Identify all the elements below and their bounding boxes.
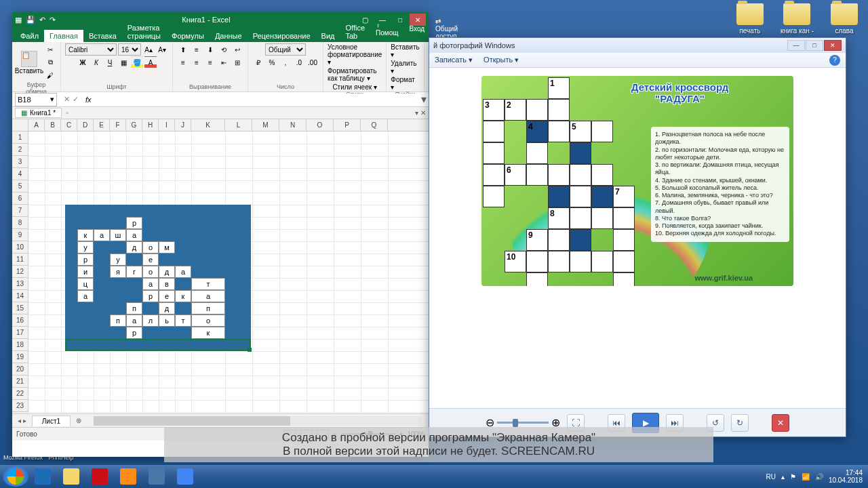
underline-button[interactable]: Ч — [104, 56, 116, 68]
taskbar-app-chrome[interactable] — [172, 467, 199, 486]
col-header[interactable]: B — [45, 119, 61, 131]
tab-dropdown-icon[interactable]: ▾ — [415, 109, 418, 117]
crossword-cell[interactable]: р — [126, 217, 142, 229]
crossword-cell[interactable]: л — [142, 314, 159, 327]
row-header[interactable]: 11 — [12, 253, 28, 266]
burn-menu[interactable]: Записать ▾ — [435, 56, 473, 64]
font-name-select[interactable]: Calibri — [65, 43, 117, 56]
format-table-button[interactable]: Форматировать как таблицу ▾ — [328, 67, 382, 82]
taskbar-app-wmp[interactable] — [115, 467, 142, 486]
cell-styles-button[interactable]: Стили ячеек ▾ — [332, 83, 377, 91]
row-header[interactable]: 19 — [12, 351, 28, 363]
align-top-icon[interactable]: ⬆ — [177, 43, 189, 56]
crossword-cell[interactable]: а — [142, 278, 159, 290]
col-header[interactable]: P — [334, 119, 361, 131]
col-header[interactable]: C — [61, 119, 77, 131]
crossword-cell[interactable]: а — [175, 266, 191, 278]
formula-input[interactable] — [94, 94, 419, 106]
crossword-cell[interactable]: п — [126, 302, 142, 314]
wrap-text-icon[interactable]: ↩ — [231, 43, 243, 56]
tab-close-icon[interactable]: ✕ — [420, 109, 426, 117]
row-header[interactable]: 12 — [12, 266, 28, 278]
help-icon[interactable]: ? — [829, 55, 840, 66]
tray-arrow-icon[interactable]: ▴ — [781, 473, 785, 481]
crossword-cell[interactable]: к — [175, 290, 191, 302]
ribbon-tab[interactable]: Вид — [316, 30, 340, 42]
ribbon-right-item[interactable]: ♀ Помощ — [370, 20, 403, 39]
crossword-cell[interactable]: а — [126, 229, 142, 241]
crossword-cell[interactable]: г — [126, 266, 142, 278]
rotate-cw-icon[interactable]: ↻ — [731, 414, 749, 432]
row-header[interactable]: 20 — [12, 363, 28, 375]
crossword-cell[interactable]: в — [159, 278, 175, 290]
desktop-folder[interactable]: печать — [736, 3, 764, 35]
open-menu[interactable]: Открыть ▾ — [484, 56, 519, 64]
expand-formula-icon[interactable]: ▾ — [419, 93, 429, 106]
col-header[interactable]: I — [159, 119, 175, 131]
sheet-nav[interactable]: ◂ ▸ — [12, 417, 32, 424]
crossword-cell[interactable]: а — [77, 290, 94, 302]
row-header[interactable]: 1 — [12, 131, 28, 144]
crossword-cell[interactable]: к — [77, 229, 94, 241]
col-header[interactable]: G — [126, 119, 142, 131]
crossword-cell[interactable]: о — [142, 266, 159, 278]
row-header[interactable]: 5 — [12, 180, 28, 192]
cut-icon[interactable]: ✂ — [44, 43, 56, 56]
merge-icon[interactable]: ⊞ — [231, 56, 243, 68]
crossword-cell[interactable]: р — [126, 327, 142, 339]
maximize-icon[interactable]: □ — [806, 40, 823, 51]
undo-icon[interactable]: ↶ — [39, 16, 45, 24]
paste-button[interactable]: 📋Вставить — [16, 45, 42, 79]
bold-button[interactable]: Ж — [77, 56, 89, 68]
indent-dec-icon[interactable]: ⇤ — [218, 56, 230, 68]
crossword-cell[interactable]: ь — [159, 314, 175, 327]
row-header[interactable]: 22 — [12, 388, 28, 400]
ribbon-tab[interactable]: Рецензирование — [248, 30, 316, 42]
row-header[interactable]: 9 — [12, 229, 28, 241]
tray-network-icon[interactable]: 📶 — [802, 473, 810, 481]
crossword-cell[interactable]: д — [126, 241, 142, 253]
col-header[interactable]: F — [110, 119, 126, 131]
col-header[interactable]: K — [191, 119, 225, 131]
row-header[interactable]: 23 — [12, 400, 28, 412]
new-tab-button[interactable]: ▫ — [62, 109, 73, 117]
row-header[interactable]: 7 — [12, 205, 28, 217]
row-header[interactable]: 16 — [12, 314, 28, 327]
row-header[interactable]: 4 — [12, 168, 28, 180]
cancel-formula-icon[interactable]: ✕ — [64, 95, 70, 104]
tray-volume-icon[interactable]: 🔊 — [815, 473, 823, 481]
crossword-cell[interactable]: е — [159, 290, 175, 302]
minimize-icon[interactable]: — — [787, 40, 805, 51]
crossword-cell[interactable]: я — [110, 266, 126, 278]
crossword-cell[interactable]: ш — [110, 229, 126, 241]
border-icon[interactable]: ▦ — [117, 56, 130, 68]
row-header[interactable]: 18 — [12, 339, 28, 351]
crossword-cell[interactable]: т — [191, 278, 225, 290]
ribbon-right-item[interactable]: Вход — [403, 23, 430, 35]
col-header[interactable]: E — [94, 119, 110, 131]
font-color-icon[interactable]: A — [144, 56, 157, 68]
align-right-icon[interactable]: ≡ — [204, 56, 216, 68]
inc-decimal-icon[interactable]: .0 — [293, 56, 305, 68]
number-format-select[interactable]: Общий — [265, 43, 306, 56]
row-header[interactable]: 15 — [12, 302, 28, 314]
col-header[interactable]: J — [175, 119, 191, 131]
start-button[interactable] — [3, 466, 28, 487]
crossword-cell[interactable]: т — [175, 314, 191, 327]
col-header[interactable]: Q — [361, 119, 388, 131]
save-icon[interactable]: 💾 — [26, 16, 35, 24]
col-header[interactable]: N — [279, 119, 307, 131]
copy-icon[interactable]: ⧉ — [44, 56, 56, 68]
delete-cells-button[interactable]: Удалить ▾ — [391, 60, 419, 75]
crossword-cell[interactable]: и — [77, 266, 94, 278]
col-header[interactable]: M — [252, 119, 279, 131]
align-center-icon[interactable]: ≡ — [191, 56, 203, 68]
name-box[interactable]: B18▾ — [15, 93, 57, 106]
desktop-folder[interactable]: книга кан - — [781, 3, 814, 35]
col-header[interactable]: A — [28, 119, 45, 131]
format-painter-icon[interactable]: 🖌 — [44, 69, 56, 81]
increase-font-icon[interactable]: A▴ — [142, 43, 155, 56]
taskbar-app-vk[interactable] — [143, 467, 170, 486]
align-middle-icon[interactable]: ≡ — [191, 43, 203, 56]
col-header[interactable]: O — [307, 119, 334, 131]
